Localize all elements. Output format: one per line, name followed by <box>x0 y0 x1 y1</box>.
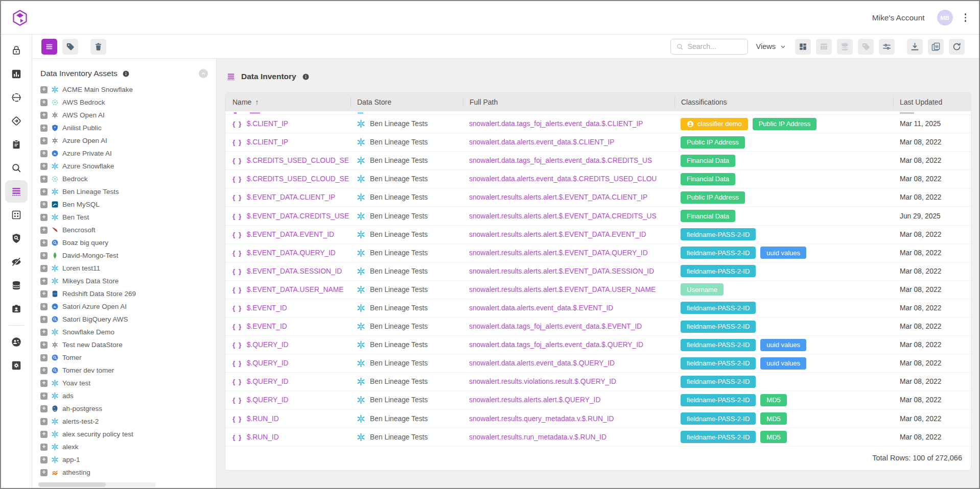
horizontal-scrollbar[interactable] <box>38 482 156 487</box>
expand-icon[interactable]: + <box>40 431 48 438</box>
table-row[interactable]: { }$.EVENT_DATA.CLIENT_IPBen Lineage Tes… <box>225 188 971 207</box>
classification-chip[interactable]: Public IP Address <box>681 136 745 149</box>
tree-item[interactable]: +Satori Azure Open AI <box>40 300 211 313</box>
table-row[interactable]: { }$.QUERY_IDBen Lineage Testssnowalert.… <box>225 336 971 354</box>
table-row[interactable]: { }$.EVENT_DATA.SESSION_IDBen Lineage Te… <box>225 262 971 281</box>
expand-icon[interactable]: + <box>40 418 48 425</box>
tree-item[interactable]: +AWS Open AI <box>40 109 211 121</box>
tree-item[interactable]: +Snowflake Demo <box>40 326 211 338</box>
expand-icon[interactable]: + <box>40 176 48 183</box>
kebab-menu-icon[interactable] <box>962 11 969 24</box>
pdf-export-button[interactable]: PDF <box>928 39 944 55</box>
column-header-last-updated[interactable]: Last Updated <box>893 97 971 107</box>
tree-item[interactable]: +Azure Open AI <box>40 134 211 147</box>
tree-item[interactable]: +Azure Snowflake <box>40 160 211 173</box>
expand-icon[interactable]: + <box>40 405 48 412</box>
trash-button[interactable] <box>90 39 106 55</box>
expand-icon[interactable]: + <box>40 354 48 361</box>
classification-chip[interactable]: classifier demo <box>681 118 748 130</box>
column-header-classifications[interactable]: Classifications <box>674 97 893 107</box>
expand-icon[interactable]: + <box>40 329 48 336</box>
expand-icon[interactable]: + <box>40 227 48 234</box>
rail-item-database[interactable] <box>5 274 28 297</box>
tree-item[interactable]: +app-1 <box>40 453 211 466</box>
tree-item[interactable]: +AWS Bedrock <box>40 96 211 109</box>
rail-item-grid[interactable] <box>5 203 28 227</box>
table-row[interactable]: { }$.RUN_IDBen Lineage Testssnowalert.re… <box>225 410 971 428</box>
classification-chip[interactable]: uuid values <box>760 357 806 370</box>
refresh-button[interactable] <box>949 39 965 55</box>
tag-button[interactable] <box>62 39 78 55</box>
classification-chip[interactable]: Financial Data <box>681 210 735 222</box>
expand-icon[interactable]: + <box>40 278 48 285</box>
classification-chip[interactable]: fieldname-PASS-2-ID <box>681 376 756 388</box>
expand-icon[interactable]: + <box>40 303 48 310</box>
tree-item[interactable]: +Bencrosoft <box>40 224 211 236</box>
classification-chip[interactable]: fieldname-PASS-2-ID <box>681 357 756 370</box>
classification-chip[interactable]: fieldname-PASS-2-ID <box>681 412 756 425</box>
tree-item[interactable]: +Boaz big query <box>40 236 211 249</box>
expand-icon[interactable]: + <box>40 444 48 451</box>
table-columns-button[interactable] <box>816 39 832 55</box>
tree-item[interactable]: +Test new DataStore <box>40 338 211 351</box>
rail-item-diamond-arrow[interactable] <box>5 109 28 133</box>
tag-button[interactable] <box>858 39 874 55</box>
expand-icon[interactable]: + <box>40 252 48 259</box>
table-row[interactable]: { }$.EVENT_IDBen Lineage Testssnowalert.… <box>225 317 971 336</box>
expand-icon[interactable]: + <box>40 290 48 298</box>
rail-item-data-inventory[interactable] <box>5 180 28 203</box>
tree-item[interactable]: +Yoav test <box>40 377 211 389</box>
expand-icon[interactable]: + <box>40 341 48 349</box>
grid-view-button[interactable] <box>795 39 811 55</box>
rail-item-eye-off[interactable] <box>5 250 28 274</box>
expand-icon[interactable]: + <box>40 367 48 374</box>
tree-item[interactable]: +alex security policy test <box>40 428 211 441</box>
download-button[interactable] <box>907 39 923 55</box>
classification-chip[interactable]: uuid values <box>760 339 806 351</box>
rail-item-lock[interactable] <box>5 39 28 62</box>
classification-chip[interactable]: Financial Data <box>681 155 735 167</box>
classification-chip[interactable]: fieldname-PASS-2-ID <box>681 339 756 351</box>
column-header-data-store[interactable]: Data Store <box>351 97 463 107</box>
tree-item[interactable]: +Loren test11 <box>40 262 211 275</box>
expand-icon[interactable]: + <box>40 469 48 476</box>
classification-chip[interactable]: fieldname-PASS-2-ID <box>681 302 756 314</box>
rail-item-clipboard[interactable] <box>5 133 28 156</box>
table-row[interactable]: { }$.CLIENT_IPBen Lineage Testssnowalert… <box>225 133 971 152</box>
classification-chip[interactable]: uuid values <box>760 247 806 259</box>
tree-item[interactable]: +alexk <box>40 441 211 453</box>
classification-chip[interactable]: Financial Data <box>681 173 735 185</box>
scrollbar-thumb[interactable] <box>38 482 106 487</box>
tree-item[interactable]: +Tomer dev tomer <box>40 364 211 377</box>
avatar[interactable]: MB <box>937 10 953 26</box>
tree-item[interactable]: +Redshift Data Store 269 <box>40 287 211 300</box>
expand-icon[interactable]: + <box>40 201 48 208</box>
classification-chip[interactable]: MD5 <box>760 412 786 425</box>
classification-chip[interactable]: Username <box>681 283 724 296</box>
expand-icon[interactable]: + <box>40 239 48 247</box>
list-lines-button[interactable] <box>41 39 57 55</box>
tree-item[interactable]: +alerts-test-2 <box>40 415 211 428</box>
expand-icon[interactable]: + <box>40 214 48 221</box>
tree-item[interactable]: +Ben MySQL <box>40 198 211 211</box>
tree-item[interactable]: +ah-postgress <box>40 402 211 415</box>
classification-chip[interactable]: fieldname-PASS-2-ID <box>681 321 756 333</box>
tree-item[interactable]: +Azure Private AI <box>40 147 211 160</box>
brand-logo-icon[interactable] <box>11 9 29 27</box>
table-row[interactable]: { }$.QUERY_IDBen Lineage Testssnowalert.… <box>225 373 971 391</box>
tree-item[interactable]: +Satori BigQuery AWS <box>40 313 211 326</box>
rail-item-id-card[interactable] <box>5 297 28 321</box>
table-row[interactable]: { }$.CREDITS_USED_CLOUD_SEBen Lineage Te… <box>225 152 971 170</box>
table-row[interactable]: { }$.EVENT_DATA.EVENT_IDBen Lineage Test… <box>225 226 971 244</box>
expand-icon[interactable]: + <box>40 380 48 387</box>
column-header-full-path[interactable]: Full Path <box>463 97 674 107</box>
expand-icon[interactable]: + <box>40 188 48 195</box>
expand-icon[interactable]: + <box>40 163 48 170</box>
table-row[interactable]: { }$.EVENT_DATA.QUERY_IDBen Lineage Test… <box>225 244 971 262</box>
classification-chip[interactable]: fieldname-PASS-2-ID <box>681 265 756 277</box>
table-row[interactable]: { }$.EVENT_DATA.USER_NAMEBen Lineage Tes… <box>225 281 971 299</box>
expand-icon[interactable]: + <box>40 150 48 157</box>
table-row[interactable]: { }$.RUN_IDBen Lineage Testssnowalert.re… <box>225 428 971 447</box>
expand-icon[interactable]: + <box>40 99 48 106</box>
search-input[interactable] <box>688 42 742 51</box>
